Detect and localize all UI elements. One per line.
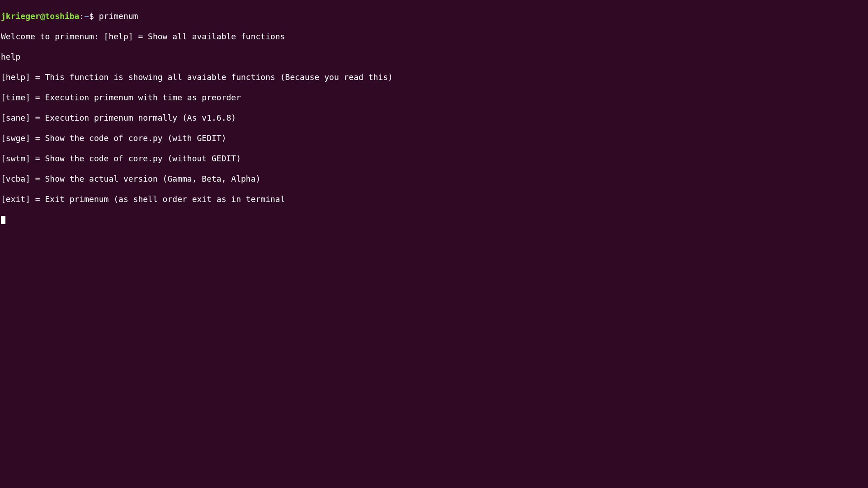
cursor-line[interactable] [1,215,868,225]
help-line-swge: [swge] = Show the code of core.py (with … [1,133,868,144]
help-line-help: [help] = This function is showing all av… [1,72,868,83]
prompt-colon: : [79,11,84,21]
help-line-swtm: [swtm] = Show the code of core.py (witho… [1,154,868,164]
help-line-sane: [sane] = Execution primenum normally (As… [1,113,868,123]
help-line-exit: [exit] = Exit primenum (as shell order e… [1,194,868,205]
prompt-line: jkrieger@toshiba:~$ primenum [1,11,868,22]
prompt-dollar: $ [89,11,99,21]
terminal-window[interactable]: jkrieger@toshiba:~$ primenum Welcome to … [1,1,868,235]
help-line-vcba: [vcba] = Show the actual version (Gamma,… [1,174,868,184]
prompt-path: ~ [84,11,89,21]
output-welcome: Welcome to primenum: [help] = Show all a… [1,32,868,42]
prompt-user-host: jkrieger@toshiba [1,11,79,21]
typed-help-input: help [1,52,868,62]
help-line-time: [time] = Execution primenum with time as… [1,93,868,103]
cursor-block [1,216,5,224]
typed-command: primenum [99,11,138,21]
